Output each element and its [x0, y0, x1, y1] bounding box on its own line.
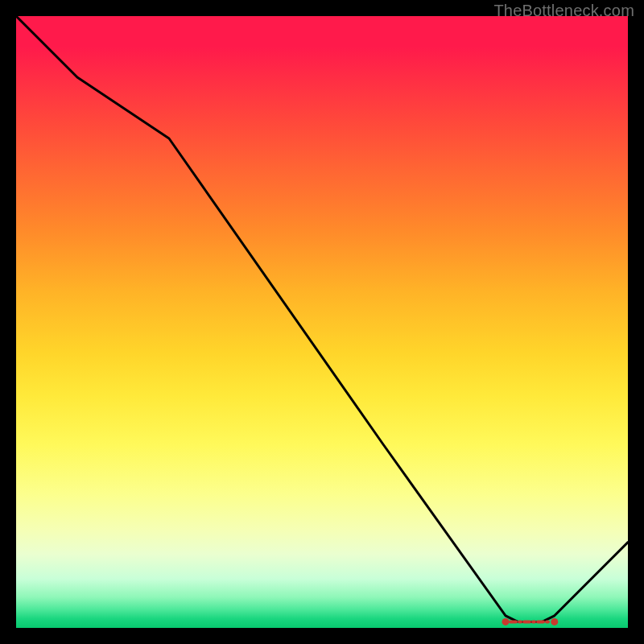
svg-point-1: [551, 618, 558, 625]
chart-overlay: [16, 16, 628, 628]
watermark-text: TheBottleneck.com: [493, 2, 634, 20]
chart-frame: TheBottleneck.com: [0, 0, 644, 644]
svg-point-0: [502, 618, 510, 625]
bottleneck-curve: [16, 16, 628, 621]
